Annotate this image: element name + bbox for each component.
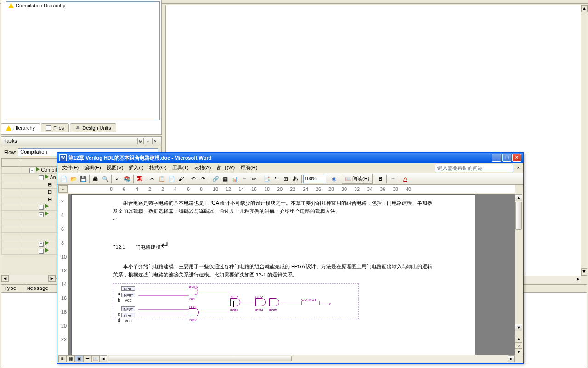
menu-table[interactable]: 表格(A) (192, 163, 214, 172)
collapse-icon[interactable]: - (39, 212, 44, 217)
browse-object-icon[interactable]: ○ (515, 342, 522, 349)
research-icon[interactable]: 📚 (123, 174, 132, 184)
font-color-icon[interactable]: A (401, 174, 410, 184)
scroll-down-icon[interactable]: ▼ (581, 268, 587, 276)
tasks-close-icon[interactable]: × (152, 138, 158, 144)
read-button[interactable]: 📖 阅读(R) (342, 174, 373, 184)
hierarchy-tree[interactable]: Compilation Hierarchy (6, 1, 160, 120)
menu-edit[interactable]: 编辑(E) (81, 163, 104, 172)
close-button[interactable]: × (512, 154, 521, 162)
help-icon[interactable]: ◉ (329, 174, 339, 184)
msg-panel-controls: × ▫ (0, 285, 0, 297)
tab-selector[interactable]: L (58, 185, 68, 193)
docmap-icon[interactable]: 📑 (262, 174, 271, 184)
scroll-right-icon[interactable]: ► (508, 355, 515, 362)
tab-files[interactable]: Files (41, 123, 69, 132)
scroll-up-icon[interactable]: ▲ (581, 5, 588, 12)
expand-icon[interactable]: - (39, 175, 44, 180)
word-titlebar[interactable]: W 第12章 Verilog HDL的基本组合电路建模.doc - Micros… (57, 153, 523, 163)
preview-icon[interactable]: 🔍 (101, 174, 110, 184)
normal-view-icon[interactable]: ≡ (58, 355, 67, 362)
ruler-mark: 2 (148, 186, 151, 192)
cut-icon[interactable]: ✂ (147, 174, 157, 184)
ime-icon[interactable]: あ (291, 174, 300, 184)
outline-view-icon[interactable]: ☰ (83, 355, 91, 362)
web-view-icon[interactable]: ▦ (67, 355, 75, 362)
tab-hierarchy[interactable]: Hierarchy (1, 123, 40, 132)
tasks-pin-icon[interactable]: ▫ (145, 138, 151, 144)
scroll-right-icon[interactable]: ► (576, 276, 581, 283)
menu-help[interactable]: 帮助(H) (237, 163, 260, 172)
circuit-diagram-image[interactable]: a INPUT VCC b INPUT VCC c INPUT VCC d IN… (113, 283, 361, 320)
bold-button[interactable]: B (376, 174, 385, 184)
redo-icon[interactable]: ↷ (198, 174, 208, 184)
tab-design-units[interactable]: Design Units (70, 123, 116, 132)
chinese-convert-icon[interactable]: 繁 (135, 174, 144, 184)
menu-insert[interactable]: 插入(I) (126, 163, 146, 172)
menu-file[interactable]: 文件(F) (59, 163, 81, 172)
horizontal-ruler[interactable]: L 86422468101214161820222426283032343638… (68, 185, 515, 193)
expand-icon[interactable]: - (29, 168, 34, 173)
paste-icon[interactable]: 📄 (167, 174, 176, 184)
hierarchy-label: Compilation Hierarchy (16, 3, 65, 8)
ruler-mark: 18 (264, 186, 270, 192)
scroll-left-icon[interactable]: ◄ (100, 355, 107, 362)
hierarchy-root-item[interactable]: Compilation Hierarchy (6, 2, 159, 9)
ruler-mark: 38 (393, 186, 398, 192)
next-page-icon[interactable]: ▼ (515, 349, 522, 355)
hscroll-thumb[interactable] (108, 356, 292, 361)
para-icon[interactable]: ¶ (271, 174, 281, 184)
columns-icon[interactable]: ≡ (240, 174, 249, 184)
scroll-right-icon[interactable]: ► (48, 275, 56, 282)
drawing-icon[interactable]: ✏ (249, 174, 259, 184)
play-icon (36, 167, 40, 172)
ruler-mark: 40 (406, 186, 411, 192)
new-icon[interactable]: 📄 (59, 174, 68, 184)
open-icon[interactable]: 📂 (69, 174, 78, 184)
body-paragraph: 组合电路是数字电路的基本电路也是 FPGA 设计不可缺少的设计模块之一。本章主要… (113, 199, 434, 215)
scroll-left-icon[interactable]: ◄ (1, 275, 9, 282)
expand-icon[interactable]: + (39, 249, 44, 254)
doc-close-icon[interactable]: × (515, 165, 521, 171)
grid-icon[interactable]: ⊞ (281, 174, 290, 184)
expand-icon[interactable]: + (39, 205, 44, 210)
document-page[interactable]: 组合电路是数字电路的基本电路也是 FPGA 设计不可缺少的设计模块之一。本章主要… (71, 194, 475, 355)
undo-icon[interactable]: ↶ (189, 174, 198, 184)
menu-view[interactable]: 视图(V) (104, 163, 126, 172)
document-area: 246810121416182022 组合电路是数字电路的基本电路也是 FPGA… (58, 194, 515, 355)
print-icon[interactable]: 🖶 (91, 174, 100, 184)
tasks-menu-icon[interactable]: ⊙ (137, 138, 144, 144)
table-icon[interactable]: ▦ (220, 174, 230, 184)
menu-format[interactable]: 格式(O) (147, 163, 170, 172)
help-search-input[interactable] (435, 164, 513, 172)
word-vscroll[interactable]: ▲ ▼ ▲ ○ ▼ (515, 194, 522, 355)
hyperlink-icon[interactable]: 🔗 (211, 174, 220, 184)
scroll-thumb[interactable] (515, 202, 522, 230)
canvas-vscroll[interactable]: ▲ ▼ (581, 5, 588, 276)
expand-icon[interactable]: + (39, 242, 44, 247)
spell-icon[interactable]: ✓ (113, 174, 122, 184)
read-view-icon[interactable]: 📖 (91, 355, 100, 362)
copy-icon[interactable]: 📋 (157, 174, 166, 184)
menu-window[interactable]: 窗口(W) (214, 163, 237, 172)
vertical-ruler[interactable]: 246810121416182022 (58, 194, 68, 355)
play-icon (45, 248, 49, 253)
format-painter-icon[interactable]: 🖌 (176, 174, 186, 184)
word-hscroll[interactable]: ≡ ▦ ▣ ☰ 📖 ◄ ► (58, 355, 515, 362)
excel-icon[interactable]: 📊 (230, 174, 239, 184)
ruler-mark: 14 (238, 186, 244, 192)
zoom-input[interactable] (303, 175, 326, 183)
save-icon[interactable]: 💾 (79, 174, 88, 184)
vruler-mark: 4 (61, 213, 64, 218)
menu-tools[interactable]: 工具(T) (170, 163, 192, 172)
align-justify-icon[interactable]: ≡ (388, 174, 397, 184)
prev-page-icon[interactable]: ▲ (515, 336, 522, 342)
minimize-button[interactable]: _ (492, 154, 501, 162)
maximize-button[interactable]: □ (502, 154, 511, 162)
tasks-hscroll[interactable]: ◄ ► (1, 275, 56, 282)
hierarchy-panel: Compilation Hierarchy (1, 0, 162, 135)
print-view-icon[interactable]: ▣ (75, 355, 83, 362)
scroll-up-icon[interactable]: ▲ (515, 194, 522, 201)
vruler-mark: 16 (61, 295, 67, 301)
scroll-down-icon[interactable]: ▼ (515, 324, 522, 331)
